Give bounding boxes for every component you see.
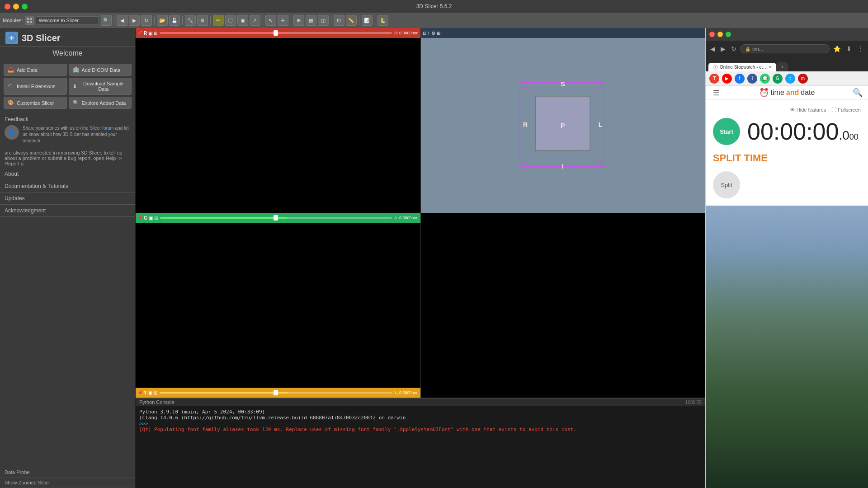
yellow-link-icon: ⊞ (154, 390, 157, 395)
3d-label: 1 (428, 31, 430, 35)
crosshair-tool[interactable]: ✛ (278, 15, 288, 26)
timeanddate-header: ☰ ⏰ timeanddate 🔍 (706, 86, 868, 100)
maximize-button[interactable] (22, 4, 28, 9)
yellow-slice-toolbar: 📌 Y ▣ ⊞ L: 0.0000mm (136, 388, 420, 398)
show-zoomed-item[interactable]: Show Zoomed Slice (0, 478, 135, 488)
nav-forward-button[interactable]: ▶ (129, 15, 140, 26)
zoom-fit-button[interactable]: ⊡ (334, 15, 344, 26)
about-section[interactable]: About (0, 168, 135, 180)
reload-button[interactable]: ↻ (141, 15, 152, 26)
editor-tool-3[interactable]: ▣ (237, 15, 248, 26)
view-layout-1[interactable]: ⊞ (293, 15, 304, 26)
download-sample-icon: ⬇ (73, 84, 77, 89)
yellow-value: L: 0.0000mm (395, 390, 419, 395)
browser-panel: ◀ ▶ ↻ 🔒 tim... ⭐ ⬇ ⋮ 🕐 Online Stopwatch … (705, 28, 868, 488)
add-data-button[interactable]: 📥 Add Data (4, 64, 67, 76)
3d-viewport: S R P L I (421, 38, 706, 213)
browser-icon-2[interactable]: ▶ (722, 74, 732, 84)
browser-address-bar[interactable]: 🔒 tim... (740, 44, 830, 53)
rule-tool[interactable]: 📏 (346, 15, 357, 26)
minimize-button[interactable] (13, 4, 19, 9)
yellow-pin-icon: 📌 (137, 390, 142, 395)
tab-close-icon[interactable]: ✕ (768, 65, 772, 70)
browser-bookmark-button[interactable]: ⭐ (831, 44, 843, 53)
console-line-2: [Clang 14.0.6 (https://github.com/tru/ll… (139, 415, 702, 421)
python-interactor[interactable]: 🐍 (377, 15, 388, 26)
modules-icon (25, 16, 34, 25)
green-link-icon: ⊞ (154, 216, 158, 221)
browser-icon-5[interactable]: 💬 (760, 74, 770, 84)
settings-button[interactable]: ⚙ (197, 15, 208, 26)
browser-icon-row: T ▶ f i 💬 G t m (709, 74, 808, 84)
nav-back-button[interactable]: ◀ (117, 15, 127, 26)
view-layout-2[interactable]: ▦ (306, 15, 316, 26)
explore-added-button[interactable]: 🔍 Explore Added Data (69, 97, 132, 109)
app-title: 3D Slicer (22, 33, 61, 43)
browser-back-button[interactable]: ◀ (708, 44, 717, 53)
browser-icon-1[interactable]: T (709, 74, 719, 84)
feedback-avatar: 👤 (5, 125, 19, 140)
fullscreen-btn[interactable]: ⛶ Fullscreen (831, 107, 861, 113)
install-extensions-button[interactable]: 🔌 Install Extensions (4, 78, 67, 95)
docs-section[interactable]: Documentation & Tutorials (0, 180, 135, 192)
separator-2 (154, 16, 155, 25)
add-data-icon: 📥 (8, 67, 14, 73)
updates-section[interactable]: Updates (0, 192, 135, 205)
tad-hamburger-icon[interactable]: ☰ (711, 88, 721, 98)
editor-tool-1[interactable]: ✏ (213, 15, 224, 26)
module-search-input[interactable]: Welcome to Slicer (36, 16, 99, 24)
download-sample-button[interactable]: ⬇ Download Sample Data (69, 78, 132, 95)
browser-icon-6[interactable]: G (773, 74, 783, 84)
browser-forward-button[interactable]: ▶ (719, 44, 727, 53)
active-browser-tab[interactable]: 🕐 Online Stopwatch - easy to u ✕ (708, 63, 776, 71)
customize-icon: 🎨 (8, 100, 14, 106)
console-error-line: [Qt] Populating font family aliases took… (139, 427, 702, 432)
red-fill-icon: ▣ (148, 31, 152, 36)
acknowledgment-section[interactable]: Acknowledgment (0, 205, 135, 217)
browser-icon-8[interactable]: m (798, 74, 808, 84)
hide-features-btn[interactable]: 👁 Hide features (790, 107, 826, 113)
console-line-1: Python 3.9.10 (main, Apr 5 2024, 00:33:0… (139, 409, 702, 415)
data-load-button[interactable]: 📂 (157, 15, 168, 26)
browser-maximize-button[interactable] (726, 32, 731, 37)
red-slice-thumb (274, 30, 278, 36)
split-button[interactable]: Split (713, 171, 740, 198)
feedback-section: Feedback 👤 Share your stories with us on… (0, 113, 135, 148)
slicer-main: 3D Slicer Welcome 📥 Add Data 🏥 Add DICOM… (0, 28, 868, 488)
annotations-button[interactable]: 📝 (362, 15, 373, 26)
browser-minimize-button[interactable] (717, 32, 723, 37)
browser-download-button[interactable]: ⬇ (844, 44, 854, 53)
tad-search-icon[interactable]: 🔍 (853, 88, 863, 98)
browser-close-button[interactable] (709, 32, 715, 37)
browser-icon-4[interactable]: i (747, 74, 757, 84)
close-button[interactable] (5, 4, 10, 9)
browser-reload-button[interactable]: ↻ (729, 44, 738, 53)
green-slice-track[interactable] (160, 217, 392, 219)
data-probe-item[interactable]: Data Probe (0, 467, 135, 478)
cursor-tool[interactable]: ↖ (265, 15, 276, 26)
red-slice-track[interactable] (160, 32, 392, 34)
slicer-forum-link[interactable]: Slicer forum (90, 126, 113, 131)
customize-slicer-button[interactable]: 🎨 Customize Slicer (4, 97, 67, 109)
svg-rect-1 (30, 18, 32, 20)
new-tab-button[interactable]: + (776, 62, 788, 71)
browser-menu-button[interactable]: ⋮ (855, 44, 865, 53)
save-button[interactable]: 💾 (169, 15, 180, 26)
browser-icon-7[interactable]: t (785, 74, 795, 84)
editor-tool-2[interactable]: 〇 (225, 15, 236, 26)
green-slice-fill (160, 217, 288, 219)
yellow-slice-track[interactable] (160, 392, 392, 394)
add-dicom-button[interactable]: 🏥 Add DICOM Data (69, 64, 132, 76)
view-layout-3[interactable]: ◫ (318, 15, 329, 26)
fullscreen-icon: ⛶ (831, 107, 836, 113)
separator-5 (263, 16, 263, 25)
separator-7 (331, 16, 331, 25)
browser-icon-3[interactable]: f (735, 74, 745, 84)
editor-tool-4[interactable]: ↗ (250, 15, 260, 26)
extension-manager-button[interactable]: 🔧 (185, 15, 196, 26)
module-search-icon[interactable]: 🔍 (101, 15, 112, 26)
svg-text:I: I (562, 163, 564, 170)
modules-label: Modules: (3, 18, 23, 23)
start-stop-button[interactable]: Start (713, 118, 740, 145)
svg-rect-0 (27, 18, 29, 20)
